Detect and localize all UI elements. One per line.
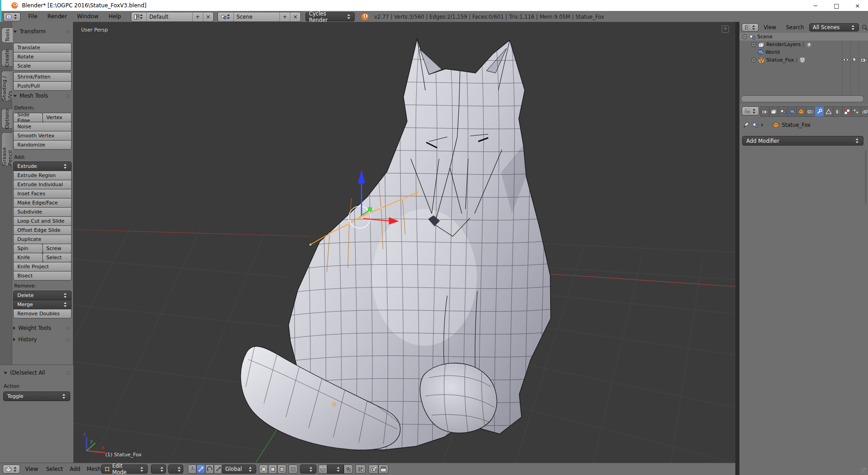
vertex-select-button[interactable] [259,465,268,474]
face-select-button[interactable] [277,465,286,474]
scene-breadcrumb-icon[interactable] [752,122,759,128]
outliner-row-renderlayers[interactable]: + RenderLayers | [739,41,868,48]
render-engine-selector[interactable]: Cycles Render [305,12,355,21]
snap-toggle-button[interactable] [318,465,327,474]
screen-layout-selector[interactable]: Default + × [131,12,214,22]
maximize-button[interactable]: □ [826,0,847,11]
panel-header-deselect-all[interactable]: (De)select All [4,369,71,376]
tab-constraints[interactable] [806,106,815,117]
outliner-menu-search[interactable]: Search [781,22,809,33]
expand-icon[interactable]: + [751,57,756,63]
loop-cut-slide-button[interactable]: Loop Cut and Slide [13,216,72,226]
viewport-menu-select[interactable]: Select [41,463,68,475]
extrude-region-button[interactable]: Extrude Region [13,171,72,180]
render-restrict-icon[interactable] [860,57,868,63]
minimize-button[interactable]: − [805,0,826,11]
editor-type-button[interactable]: i [3,12,21,21]
outliner-filter-dropdown[interactable]: All Scenes [809,23,859,31]
tab-texture[interactable] [842,106,852,117]
panel-grip-icon[interactable] [66,94,71,98]
pivot-center-selector[interactable] [168,465,183,474]
subdivide-button[interactable]: Subdivide [13,207,72,217]
panel-header-weight-tools[interactable]: Weight Tools [13,324,71,332]
panel-header-mesh-tools[interactable]: Mesh Tools [13,92,71,99]
region-expand-icon[interactable]: + [722,26,729,33]
tab-particles[interactable] [851,106,861,117]
spin-button[interactable]: Spin [13,244,43,253]
tab-object-data[interactable] [824,106,833,117]
knife-button[interactable]: Knife [13,253,43,262]
add-modifier-dropdown[interactable]: Add Modifier [742,136,863,146]
vertex-slide-button[interactable]: Vertex [42,113,72,122]
breadcrumb-object-name[interactable]: Statue_Fox [782,122,811,128]
translate-manipulator-button[interactable] [196,465,205,474]
scene-icon-button[interactable] [218,12,233,21]
outliner-editor-type-button[interactable] [742,23,759,31]
panel-grip-icon[interactable] [66,327,71,330]
slide-edge-button[interactable]: Slide Edge [13,113,43,122]
viewport-shading-selector[interactable] [151,465,166,474]
screen-layout-icon-button[interactable] [131,12,146,21]
extrude-individual-button[interactable]: Extrude Individual [13,180,72,189]
randomize-button[interactable]: Randomize [13,140,72,150]
edge-select-button[interactable] [268,465,277,474]
tab-physics[interactable] [860,106,868,117]
screw-button[interactable]: Screw [42,244,72,253]
tab-modifiers[interactable] [815,106,824,117]
menu-help[interactable]: Help [103,11,126,22]
close-scene-button[interactable]: × [290,12,300,21]
menu-window[interactable]: Window [72,11,103,22]
tab-shading-uvs[interactable]: Shading / UVs [1,71,12,101]
panel-header-transform[interactable]: Transform [13,28,71,35]
noise-button[interactable]: Noise [13,122,72,131]
cursor-select-icon[interactable] [852,57,857,63]
inset-faces-button[interactable]: Inset Faces [13,189,72,198]
tab-create[interactable]: Create [1,49,12,67]
offset-edge-slide-button[interactable]: Offset Edge Slide [13,225,72,235]
panel-grip-icon[interactable] [66,338,71,341]
expand-icon[interactable]: + [751,42,756,47]
tab-world[interactable] [787,106,797,117]
close-layout-button[interactable]: × [203,12,213,21]
tab-object[interactable] [796,106,806,117]
window-resize-grip[interactable] [861,468,867,474]
fox-mesh[interactable] [241,39,566,455]
proportional-edit-selector[interactable] [300,465,316,474]
search-icon[interactable] [862,24,868,31]
pin-icon[interactable] [743,121,749,128]
knife-project-button[interactable]: Knife Project [13,262,72,271]
merge-dropdown[interactable]: Merge [13,300,72,309]
viewport-menu-view[interactable]: View [20,463,43,475]
tab-grease-pencil[interactable]: Grease Pencil [1,132,12,166]
tab-render[interactable] [760,106,770,117]
collapse-icon[interactable]: − [742,34,747,39]
extrude-dropdown[interactable]: Extrude [13,162,72,171]
add-layout-button[interactable]: + [192,12,203,21]
menu-file[interactable]: File [23,11,42,22]
opengl-render-anim-button[interactable] [378,465,388,474]
add-scene-button[interactable]: + [279,12,290,21]
translate-button[interactable]: Translate [13,43,72,52]
outliner-menu-view[interactable]: View [759,22,781,33]
tab-tools[interactable]: Tools [1,27,13,43]
outliner-row-scene[interactable]: − Scene [739,33,868,41]
rotate-button[interactable]: Rotate [13,52,72,62]
delete-dropdown[interactable]: Delete [13,291,72,300]
scale-button[interactable]: Scale [13,61,72,71]
screen-layout-name[interactable]: Default [146,12,192,21]
transform-orientation-selector[interactable]: Global [222,465,256,474]
knife-select-button[interactable]: Select [42,253,72,262]
tab-render-layers[interactable] [769,106,779,117]
tab-material[interactable] [833,106,842,117]
panel-grip-icon[interactable] [66,371,71,375]
tab-options[interactable]: Options [1,109,12,129]
cursor-to-grid-button[interactable] [356,465,366,474]
shrink-fatten-button[interactable]: Shrink/Fatten [13,72,72,82]
viewport-editor-type-button[interactable] [3,465,20,474]
editor-divider[interactable] [735,22,739,475]
scene-selector[interactable]: Scene + × [217,12,301,22]
tab-scene[interactable] [778,106,788,117]
properties-editor-type-button[interactable] [742,106,759,115]
remove-doubles-button[interactable]: Remove Doubles [13,309,72,318]
outliner-scrollbar[interactable] [741,95,864,102]
